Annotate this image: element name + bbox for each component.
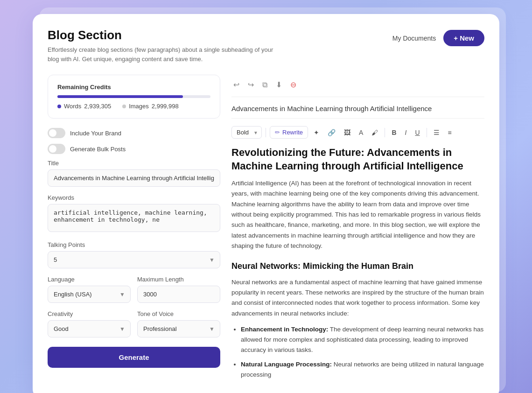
tone-field-group: Tone of Voice Professional Casual Friend… [137,310,220,337]
credits-title: Remaining Credits [57,84,210,91]
brand-toggle-row: Include Your Brand [48,128,220,138]
max-length-field-group: Maximum Length [137,276,220,303]
page-header: Blog Section Effortlessly create blog se… [48,28,484,63]
creativity-field-group: Creativity Good Low Medium High ▼ [48,310,131,337]
format-divider-2 [385,128,385,137]
header-left: Blog Section Effortlessly create blog se… [48,28,281,63]
credits-bar-fill [57,95,183,98]
credits-bar-bg [57,95,210,98]
rewrite-icon: ✏ [275,129,280,136]
format-select-wrapper: Bold Italic H1 H2 ▼ [231,126,262,139]
talking-points-select[interactable]: 5 3 4 6 7 8 [48,251,220,268]
editor-content: Revolutionizing the Future: Advancements… [231,146,484,380]
content-paragraph-1: Artificial Intelligence (AI) has been at… [231,178,484,251]
ordered-list-button[interactable]: ≡ [445,127,455,138]
editor-format-bar: Bold Italic H1 H2 ▼ ✏ Rewrite ✦ 🔗 [231,126,484,139]
credits-stats: Words 2,939,305 Images 2,999,998 [57,103,210,110]
images-dot [122,105,126,108]
creativity-tone-row: Creativity Good Low Medium High ▼ [48,310,220,337]
content-row: Remaining Credits Words 2,939,305 Images [48,75,484,386]
content-bullet-list: Enhancement in Technology: The developme… [231,324,484,380]
title-field-group: Title [48,160,220,187]
bulk-toggle-row: Generate Bulk Posts [48,144,220,154]
format-select[interactable]: Bold Italic H1 H2 [231,126,262,139]
font-color-btn[interactable]: A [356,127,366,138]
format-divider-1 [266,128,266,137]
creativity-select[interactable]: Good Low Medium High [48,320,131,337]
left-panel: Remaining Credits Words 2,939,305 Images [48,75,220,368]
bullet-1-strong: Enhancement in Technology: [241,326,328,333]
words-dot [57,105,61,108]
talking-points-select-wrapper: 5 3 4 6 7 8 ▼ [48,251,220,268]
image-icon-btn[interactable]: 🖼 [341,127,353,138]
bulk-toggle[interactable] [48,144,65,154]
link-icon-btn[interactable]: 🔗 [325,127,338,138]
language-select[interactable]: English (USA) English (UK) Spanish Frenc… [48,286,131,303]
undo-button[interactable]: ↩ [231,78,241,91]
italic-button[interactable]: I [402,127,410,138]
magic-icon-btn[interactable]: ✦ [311,127,322,138]
tone-label: Tone of Voice [137,310,220,317]
tone-select[interactable]: Professional Casual Friendly Formal [137,320,220,337]
max-length-label: Maximum Length [137,276,220,283]
list-button[interactable]: ☰ [431,127,442,138]
keywords-input[interactable]: artificial intelligence, machine learnin… [48,204,220,232]
doc-title-display: Advancements in Machine Learning through… [231,105,484,119]
generate-button[interactable]: Generate [48,347,220,368]
page-title: Blog Section [48,28,281,42]
editor-panel: ↩ ↪ ⧉ ⬇ ⊖ Advancements in Machine Learni… [231,75,484,386]
creativity-label: Creativity [48,310,131,317]
new-button[interactable]: + New [443,30,484,46]
highlight-btn[interactable]: 🖌 [369,127,381,138]
rewrite-button[interactable]: ✏ Rewrite [270,126,308,139]
header-right: My Documents + New [392,30,484,46]
content-heading: Revolutionizing the Future: Advancements… [231,146,484,173]
talking-points-label: Talking Points [48,241,220,248]
images-label: Images [129,103,149,110]
tone-select-wrapper: Professional Casual Friendly Formal ▼ [137,320,220,337]
language-maxlength-row: Language English (USA) English (UK) Span… [48,276,220,303]
words-value: 2,939,305 [84,103,111,110]
credits-card: Remaining Credits Words 2,939,305 Images [48,75,220,119]
my-documents-link[interactable]: My Documents [392,35,436,42]
language-field-group: Language English (USA) English (UK) Span… [48,276,131,303]
brand-toggle-label: Include Your Brand [70,130,121,137]
bullet-2-strong: Natural Language Processing: [241,361,332,368]
words-label: Words [64,103,81,110]
creativity-select-wrapper: Good Low Medium High ▼ [48,320,131,337]
delete-button[interactable]: ⊖ [288,78,298,91]
bulk-toggle-label: Generate Bulk Posts [70,146,126,153]
underline-button[interactable]: U [412,127,422,138]
language-select-wrapper: English (USA) English (UK) Spanish Frenc… [48,286,131,303]
bold-button[interactable]: B [389,127,399,138]
talking-points-field-group: Talking Points 5 3 4 6 7 8 ▼ [48,241,220,268]
redo-button[interactable]: ↪ [246,78,256,91]
title-input[interactable] [48,169,220,187]
copy-button[interactable]: ⧉ [260,79,269,91]
bullet-item-1: Enhancement in Technology: The developme… [241,324,484,356]
bullet-item-2: Natural Language Processing: Neural netw… [241,359,484,380]
editor-toolbar-top: ↩ ↪ ⧉ ⬇ ⊖ [231,75,484,97]
title-label: Title [48,160,220,167]
images-stat: Images 2,999,998 [122,103,178,110]
keywords-field-group: Keywords artificial intelligence, machin… [48,194,220,234]
page-description: Effortlessly create blog sections (few p… [48,45,281,63]
words-stat: Words 2,939,305 [57,103,111,110]
content-subheading: Neural Networks: Mimicking the Human Bra… [231,260,484,274]
rewrite-label: Rewrite [282,129,303,136]
language-label: Language [48,276,131,283]
images-value: 2,999,998 [152,103,179,110]
format-divider-3 [427,128,427,137]
content-paragraph-2: Neural networks are a fundamental aspect… [231,277,484,319]
keywords-label: Keywords [48,194,220,201]
brand-toggle[interactable] [48,128,65,138]
max-length-input[interactable] [137,286,220,303]
download-button[interactable]: ⬇ [274,78,284,91]
